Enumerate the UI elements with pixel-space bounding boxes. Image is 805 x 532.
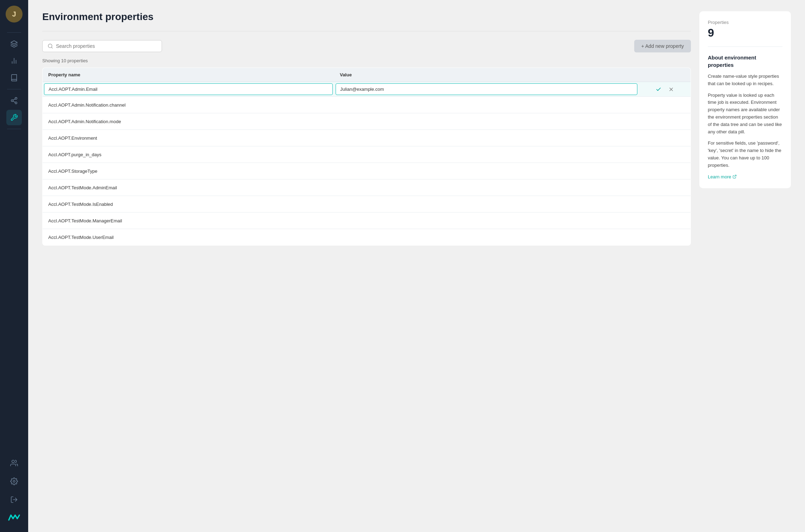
property-name: Accl.AOPT.Admin.Notification.channel	[43, 97, 334, 113]
main-content: Environment properties + Add new propert…	[28, 0, 805, 532]
right-panel: Properties 9 About environment propertie…	[699, 11, 791, 188]
sidebar-divider-top	[7, 32, 21, 33]
cancel-button[interactable]	[667, 85, 675, 94]
active-name-cell: Accl.AOPT.Admin.Email	[43, 82, 334, 97]
left-panel: Environment properties + Add new propert…	[42, 11, 691, 521]
svg-point-9	[12, 460, 14, 463]
title-divider	[42, 31, 691, 31]
sidebar-item-analytics[interactable]	[6, 53, 22, 69]
name-cell[interactable]: Accl.AOPT.TestMode.ManagerEmail	[43, 213, 334, 229]
add-property-button[interactable]: + Add new property	[634, 40, 691, 52]
name-cell[interactable]: Accl.AOPT.StorageType	[43, 163, 334, 179]
name-cell[interactable]: Accl.AOPT.TestMode.AdminEmail	[43, 179, 334, 196]
value-cell[interactable]	[334, 146, 639, 163]
empty-action-cell	[639, 97, 691, 113]
value-cell[interactable]	[334, 213, 639, 229]
table-row: Accl.AOPT.TestMode.IsEnabled	[43, 196, 691, 213]
value-cell[interactable]	[334, 130, 639, 146]
external-link-icon	[732, 175, 737, 179]
name-cell[interactable]: Accl.AOPT.TestMode.IsEnabled	[43, 196, 334, 213]
learn-more-label: Learn more	[708, 174, 731, 179]
workato-logo	[6, 509, 23, 526]
checkmark-icon	[656, 87, 661, 92]
value-input-wrapper	[334, 82, 639, 96]
property-value	[334, 113, 639, 129]
property-value	[334, 196, 639, 212]
about-title: About environment properties	[708, 54, 782, 69]
properties-table: Property name Value Accl.AOPT.Admin.Emai…	[42, 68, 691, 246]
table-row: Accl.AOPT.purge_in_days	[43, 146, 691, 163]
value-cell[interactable]	[334, 113, 639, 130]
property-value	[334, 229, 639, 245]
empty-action-cell	[639, 146, 691, 163]
property-name-display: Accl.AOPT.Admin.Email	[44, 83, 333, 95]
column-header-value: Value	[334, 68, 639, 82]
svg-line-13	[51, 47, 52, 48]
sidebar-item-settings[interactable]	[6, 474, 22, 489]
empty-action-cell	[639, 163, 691, 179]
name-cell[interactable]: Accl.AOPT.Admin.Notification.channel	[43, 97, 334, 113]
stats-number: 9	[708, 26, 782, 39]
property-value	[334, 130, 639, 146]
learn-more-link[interactable]: Learn more	[708, 174, 737, 179]
property-name: Accl.AOPT.Environment	[43, 130, 334, 146]
sidebar-item-properties[interactable]	[6, 110, 22, 125]
description-3: For sensitive fields, use 'password', 'k…	[708, 140, 782, 169]
property-name: Accl.AOPT.TestMode.AdminEmail	[43, 179, 334, 196]
confirm-button[interactable]	[654, 85, 663, 94]
value-cell[interactable]	[334, 97, 639, 113]
search-icon	[48, 43, 53, 49]
value-cell[interactable]	[334, 229, 639, 246]
content-area: Environment properties + Add new propert…	[28, 0, 805, 532]
page-title: Environment properties	[42, 11, 691, 23]
sidebar-bottom-icons	[6, 455, 23, 526]
sidebar-item-users[interactable]	[6, 455, 22, 471]
showing-text: Showing 10 properties	[42, 58, 691, 63]
table-row: Accl.AOPT.Admin.Notification.channel	[43, 97, 691, 113]
property-name: Accl.AOPT.TestMode.ManagerEmail	[43, 213, 334, 229]
value-cell[interactable]	[334, 179, 639, 196]
panel-divider	[708, 46, 782, 47]
table-row: Accl.AOPT.TestMode.AdminEmail	[43, 179, 691, 196]
property-name: Accl.AOPT.TestMode.IsEnabled	[43, 196, 334, 212]
active-value-cell	[334, 82, 639, 97]
name-cell[interactable]: Accl.AOPT.Admin.Notification.mode	[43, 113, 334, 130]
empty-action-cell	[639, 130, 691, 146]
table-row: Accl.AOPT.Admin.Notification.mode	[43, 113, 691, 130]
value-cell[interactable]	[334, 196, 639, 213]
description-1: Create name-value style properties that …	[708, 73, 782, 88]
user-avatar[interactable]: J	[6, 6, 23, 23]
action-cell	[639, 82, 691, 97]
table-header-row: Property name Value	[43, 68, 691, 82]
svg-marker-0	[11, 41, 17, 44]
name-cell[interactable]: Accl.AOPT.TestMode.UserEmail	[43, 229, 334, 246]
table-row: Accl.AOPT.StorageType	[43, 163, 691, 179]
value-cell[interactable]	[334, 163, 639, 179]
name-cell[interactable]: Accl.AOPT.purge_in_days	[43, 146, 334, 163]
action-buttons	[639, 84, 691, 95]
property-value	[334, 97, 639, 113]
table-row: Accl.AOPT.Admin.Email	[43, 82, 691, 97]
description-2: Property value is looked up each time jo…	[708, 92, 782, 136]
sidebar-divider-bottom	[7, 129, 21, 129]
name-cell[interactable]: Accl.AOPT.Environment	[43, 130, 334, 146]
svg-line-8	[13, 99, 15, 100]
property-name: Accl.AOPT.StorageType	[43, 163, 334, 179]
sidebar-item-layers[interactable]	[6, 36, 22, 52]
property-value	[334, 179, 639, 196]
close-icon	[668, 87, 674, 92]
search-input[interactable]	[56, 43, 157, 49]
column-header-actions	[639, 68, 691, 82]
value-input[interactable]	[336, 83, 637, 95]
sidebar-item-connections[interactable]	[6, 93, 22, 108]
sidebar-item-logout[interactable]	[6, 492, 22, 507]
sidebar-item-recipes[interactable]	[6, 70, 22, 86]
empty-action-cell	[639, 196, 691, 213]
empty-action-cell	[639, 213, 691, 229]
svg-line-7	[13, 101, 15, 102]
empty-action-cell	[639, 179, 691, 196]
property-value	[334, 146, 639, 163]
table-body: Accl.AOPT.Admin.Email	[43, 82, 691, 246]
svg-line-16	[734, 175, 736, 177]
search-box	[42, 40, 162, 52]
